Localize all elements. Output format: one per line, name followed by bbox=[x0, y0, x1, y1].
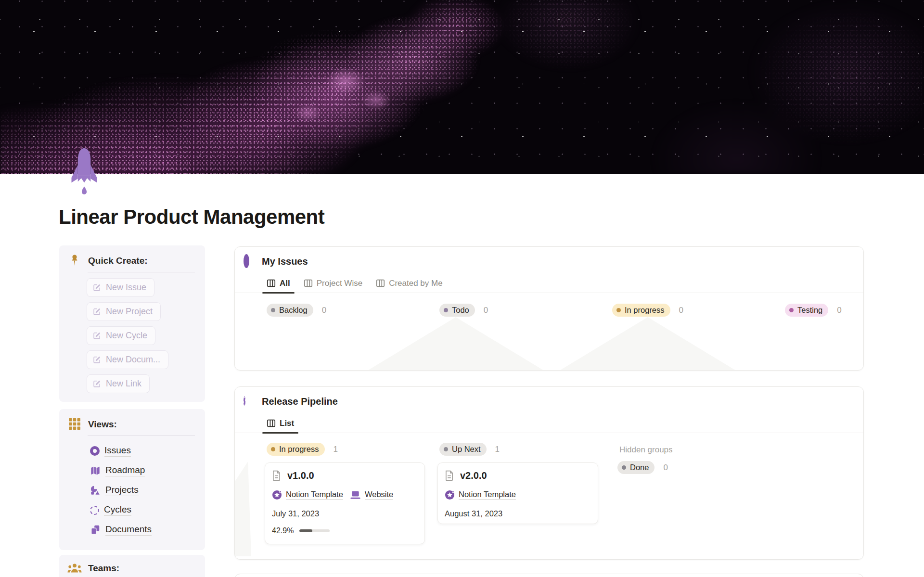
website-label: Website bbox=[365, 490, 393, 500]
status-dot bbox=[444, 308, 448, 312]
teams-panel: Teams: bbox=[59, 555, 205, 577]
new-document-button[interactable]: New Docum... bbox=[87, 350, 168, 369]
nebula-knots bbox=[0, 0, 924, 174]
tab-all-label: All bbox=[280, 279, 290, 288]
notion-template-link[interactable]: Notion Template bbox=[272, 490, 343, 500]
status-dot bbox=[622, 465, 626, 470]
grid-icon bbox=[67, 418, 82, 430]
decorative-triangle bbox=[559, 317, 737, 371]
notion-page: Linear Product Management Quick Create: … bbox=[0, 0, 924, 577]
testing-label: Testing bbox=[797, 306, 822, 315]
new-link-button[interactable]: New Link bbox=[87, 374, 150, 393]
cycles-icon bbox=[90, 506, 99, 515]
notion-template-label: Notion Template bbox=[459, 490, 516, 500]
release-pipeline-tabs: List bbox=[235, 414, 863, 433]
my-issues-icon bbox=[244, 257, 254, 268]
sidebar-item-cycles[interactable]: Cycles bbox=[90, 503, 131, 517]
backlog-count: 0 bbox=[322, 306, 326, 315]
status-dot bbox=[616, 308, 621, 312]
up-next-badge[interactable]: Up Next bbox=[439, 443, 487, 456]
done-label: Done bbox=[630, 463, 649, 472]
new-issue-button[interactable]: New Issue bbox=[87, 278, 154, 297]
new-cycle-label: New Cycle bbox=[106, 331, 147, 341]
roadmap-label: Roadmap bbox=[105, 465, 145, 476]
tab-created-by-me[interactable]: Created by Me bbox=[376, 274, 443, 293]
release-pipeline-card: Release Pipeline List In progress 1 Up N… bbox=[234, 386, 864, 560]
notion-template-label: Notion Template bbox=[286, 490, 343, 500]
new-issue-label: New Issue bbox=[106, 282, 146, 293]
website-link[interactable]: Website bbox=[350, 490, 393, 500]
cycles-label: Cycles bbox=[104, 504, 131, 516]
release-card-title: v2.0.0 bbox=[460, 470, 487, 481]
in-progress-label: In progress bbox=[279, 445, 319, 454]
in-progress-label: In progress bbox=[625, 306, 665, 315]
page-icon bbox=[272, 470, 281, 481]
laptop-icon bbox=[350, 490, 361, 500]
done-badge[interactable]: Done bbox=[617, 461, 654, 474]
testing-badge[interactable]: Testing bbox=[785, 304, 828, 317]
quick-create-title: Quick Create: bbox=[88, 256, 148, 266]
divider bbox=[88, 272, 195, 272]
quick-create-panel: Quick Create: New Issue New Project New … bbox=[59, 245, 205, 402]
roadmap-icon bbox=[90, 465, 101, 476]
tab-list-label: List bbox=[280, 419, 294, 428]
status-dot bbox=[444, 447, 448, 451]
release-date: August 31, 2023 bbox=[445, 509, 502, 518]
star-badge-icon bbox=[445, 490, 455, 500]
release-card-v1[interactable]: v1.0.0 Notion Template bbox=[265, 462, 425, 544]
hidden-groups-toggle[interactable]: Hidden groups bbox=[617, 445, 673, 455]
page-icon bbox=[445, 470, 454, 481]
page-title: Linear Product Management bbox=[59, 206, 324, 228]
tab-created-by-me-label: Created by Me bbox=[389, 279, 443, 288]
tab-all[interactable]: All bbox=[267, 274, 290, 293]
sidebar-item-roadmap[interactable]: Roadmap bbox=[90, 463, 145, 478]
tab-list[interactable]: List bbox=[267, 414, 294, 433]
people-icon bbox=[67, 562, 82, 574]
tab-project-wise[interactable]: Project Wise bbox=[304, 274, 362, 293]
next-section-card bbox=[234, 574, 864, 577]
new-project-button[interactable]: New Project bbox=[87, 302, 161, 321]
in-progress-badge[interactable]: In progress bbox=[267, 443, 325, 456]
todo-count: 0 bbox=[484, 306, 488, 315]
status-dot bbox=[271, 308, 275, 312]
rocket-icon[interactable] bbox=[69, 147, 99, 196]
projects-label: Projects bbox=[105, 485, 139, 496]
in-progress-badge[interactable]: In progress bbox=[612, 304, 670, 317]
my-issues-card: My Issues All Project Wise Created by Me… bbox=[234, 246, 864, 371]
group-backlog: Backlog 0 bbox=[267, 304, 439, 317]
decorative-triangle bbox=[367, 317, 545, 371]
sidebar-item-projects[interactable]: Projects bbox=[90, 483, 139, 498]
release-pipeline-title: Release Pipeline bbox=[262, 396, 338, 407]
hidden-groups-block: Hidden groups Done 0 bbox=[617, 445, 673, 474]
tab-project-wise-label: Project Wise bbox=[317, 279, 362, 288]
views-title: Views: bbox=[88, 419, 117, 430]
group-todo: Todo 0 bbox=[439, 304, 612, 317]
projects-icon bbox=[90, 485, 101, 496]
issues-icon bbox=[90, 446, 100, 456]
todo-badge[interactable]: Todo bbox=[439, 304, 475, 317]
board-view-icon bbox=[376, 279, 385, 287]
documents-icon bbox=[90, 525, 101, 535]
todo-label: Todo bbox=[452, 306, 469, 315]
new-cycle-button[interactable]: New Cycle bbox=[87, 326, 155, 345]
notion-template-link[interactable]: Notion Template bbox=[445, 490, 516, 500]
sidebar-item-documents[interactable]: Documents bbox=[90, 523, 152, 537]
release-card-title: v1.0.0 bbox=[287, 470, 314, 481]
board-view-icon bbox=[267, 419, 276, 427]
release-card-v2[interactable]: v2.0.0 Notion Template August 31, 2023 bbox=[437, 462, 598, 524]
backlog-badge[interactable]: Backlog bbox=[267, 304, 313, 317]
documents-label: Documents bbox=[105, 524, 152, 536]
divider bbox=[88, 436, 195, 436]
release-date: July 31, 2023 bbox=[272, 509, 319, 518]
in-progress-count: 1 bbox=[334, 445, 338, 454]
decorative-triangle bbox=[234, 462, 251, 556]
my-issues-title: My Issues bbox=[262, 256, 308, 267]
cover-image bbox=[0, 0, 924, 174]
new-project-label: New Project bbox=[106, 307, 153, 317]
sidebar-item-issues[interactable]: Issues bbox=[90, 444, 131, 458]
progress-bar bbox=[299, 529, 330, 532]
progress-label: 42.9% bbox=[272, 526, 294, 535]
issues-label: Issues bbox=[104, 445, 131, 457]
group-in-progress: In progress 1 bbox=[267, 443, 439, 456]
progress-row: 42.9% bbox=[272, 526, 330, 535]
